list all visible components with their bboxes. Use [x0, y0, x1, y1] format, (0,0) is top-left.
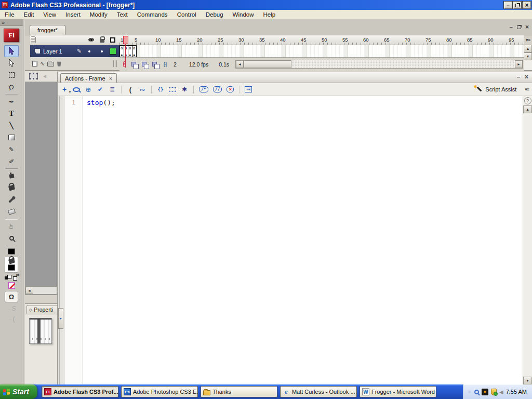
script-v-scrollbar[interactable]: [523, 96, 532, 384]
menu-window[interactable]: Window: [228, 11, 259, 18]
script-scroll-down-button[interactable]: [523, 377, 532, 384]
scroll-left-button[interactable]: [236, 60, 244, 68]
doc-close-button[interactable]: [525, 23, 529, 31]
subselection-tool[interactable]: [4, 57, 19, 69]
menu-edit[interactable]: Edit: [19, 11, 39, 18]
actions-tab[interactable]: Actions - Frame: [60, 73, 117, 83]
line-tool[interactable]: ╲: [4, 119, 19, 131]
stage-scroll-left-button[interactable]: [25, 287, 33, 294]
layer-row[interactable]: Layer 1: [30, 45, 119, 58]
show-code-hint-button[interactable]: (: [127, 85, 134, 94]
tray-hidden-icon[interactable]: ✳: [468, 389, 472, 395]
document-tab[interactable]: frogger*: [30, 25, 65, 35]
rectangle-tool[interactable]: [4, 131, 19, 143]
snap-to-objects-toggle[interactable]: [5, 291, 18, 302]
text-tool[interactable]: T: [4, 108, 19, 119]
task-photoshop[interactable]: PsAdobe Photoshop CS3 E...: [121, 386, 198, 397]
layer-color-swatch[interactable]: [110, 48, 116, 55]
tray-shield-icon[interactable]: [491, 389, 497, 395]
timeline-h-scrollbar[interactable]: [235, 60, 523, 69]
actions-close-button[interactable]: [525, 73, 528, 81]
task-flash[interactable]: FlAdobe Flash CS3 Prof...: [42, 386, 118, 397]
fill-color-swatch[interactable]: [8, 264, 15, 271]
actions-minimize-button[interactable]: [517, 74, 520, 80]
tools-collapse-button[interactable]: [0, 19, 23, 26]
frames-area[interactable]: a●a●a●a●: [119, 45, 524, 58]
script-editor[interactable]: stop();: [83, 96, 523, 384]
timeline-scroll-down-button[interactable]: [524, 52, 532, 60]
task-thanks[interactable]: Thanks: [201, 386, 277, 397]
pin-script-button[interactable]: ⇥: [245, 86, 252, 92]
ink-bottle-tool[interactable]: [4, 170, 19, 182]
find-button[interactable]: [73, 87, 80, 92]
script-assist-button[interactable]: Script Assist: [474, 86, 516, 93]
back-button[interactable]: [42, 73, 47, 79]
show-hide-layers-icon[interactable]: [88, 38, 94, 42]
timeline-ruler[interactable]: 15101520253035404550556065707580859095: [119, 35, 524, 45]
straighten-option[interactable]: [8, 315, 15, 323]
menu-help[interactable]: Help: [259, 11, 281, 18]
onion-skin-outlines-button[interactable]: [142, 62, 147, 66]
debug-options-button[interactable]: ∾: [139, 85, 146, 94]
scroll-right-button[interactable]: [515, 60, 523, 68]
delete-layer-button[interactable]: [57, 61, 61, 66]
restore-button[interactable]: [513, 2, 522, 9]
menu-modify[interactable]: Modify: [85, 11, 112, 18]
tray-magnifier-icon[interactable]: [474, 390, 479, 394]
menu-file[interactable]: File: [0, 11, 19, 18]
timeline-splitter[interactable]: [113, 60, 117, 67]
zoom-tool[interactable]: [4, 232, 19, 244]
menu-text[interactable]: Text: [112, 11, 132, 18]
task-outlook[interactable]: eMatt Curless - Outlook ...: [280, 386, 357, 397]
pen-tool[interactable]: ✒: [4, 96, 19, 108]
frame-rate[interactable]: 12.0 fps: [189, 61, 208, 68]
default-colors-button[interactable]: [5, 275, 10, 280]
eraser-tool[interactable]: [4, 206, 19, 218]
smooth-option[interactable]: [7, 304, 16, 313]
lock-layers-icon[interactable]: [100, 39, 104, 43]
stroke-color-swatch[interactable]: [8, 248, 15, 255]
stroke-color-control[interactable]: [8, 247, 15, 255]
timeline-panel-menu-icon[interactable]: [524, 35, 532, 45]
tray-flash-player-icon[interactable]: ◆: [482, 389, 488, 395]
filmstrip-icon[interactable]: [29, 73, 38, 79]
expand-all-button[interactable]: ✱: [181, 85, 188, 94]
add-script-item-button[interactable]: +: [61, 85, 68, 94]
timeline-drag-handle[interactable]: [31, 36, 35, 43]
apply-block-comment-button[interactable]: /*: [199, 86, 208, 92]
tray-volume-icon[interactable]: ◀: [499, 389, 503, 395]
task-word[interactable]: WFrogger - Microsoft Word: [360, 386, 436, 397]
start-button[interactable]: Start: [0, 384, 37, 399]
check-syntax-button[interactable]: ✔: [97, 85, 104, 94]
onion-skin-button[interactable]: [131, 62, 136, 66]
swap-colors-button[interactable]: [13, 275, 19, 280]
script-scrollbar-track[interactable]: [523, 113, 532, 377]
menu-insert[interactable]: Insert: [61, 11, 85, 18]
scrollbar-thumb[interactable]: [244, 60, 291, 68]
doc-minimize-button[interactable]: [510, 24, 513, 30]
eyedropper-tool[interactable]: [4, 194, 19, 206]
script-scroll-up-button[interactable]: [523, 105, 532, 113]
properties-tab[interactable]: Properti: [26, 305, 57, 314]
doc-restore-button[interactable]: [517, 25, 521, 29]
actions-toolbox-splitter[interactable]: [58, 96, 64, 384]
menu-control[interactable]: Control: [172, 11, 201, 18]
insert-layer-folder-button[interactable]: [47, 62, 54, 66]
insert-layer-button[interactable]: [32, 61, 37, 66]
close-button[interactable]: [523, 2, 531, 9]
stage-h-scrollbar[interactable]: [25, 286, 57, 295]
remove-comment-button[interactable]: ×: [227, 86, 234, 92]
menu-debug[interactable]: Debug: [201, 11, 228, 18]
apply-line-comment-button[interactable]: //: [213, 86, 222, 92]
collapse-selection-button[interactable]: [169, 87, 176, 92]
layer-lock-dot[interactable]: [101, 50, 103, 52]
pencil-tool[interactable]: ✎: [4, 143, 19, 155]
auto-format-button[interactable]: ≣: [109, 85, 116, 94]
fill-color-control[interactable]: [5, 257, 18, 273]
help-button[interactable]: [523, 97, 532, 105]
brush-tool[interactable]: ✐: [4, 155, 19, 167]
no-color-button[interactable]: [8, 282, 15, 289]
actions-panel-menu-icon[interactable]: [525, 85, 529, 94]
scrollbar-track[interactable]: [291, 60, 515, 68]
lasso-tool[interactable]: Ϙ: [4, 81, 19, 93]
